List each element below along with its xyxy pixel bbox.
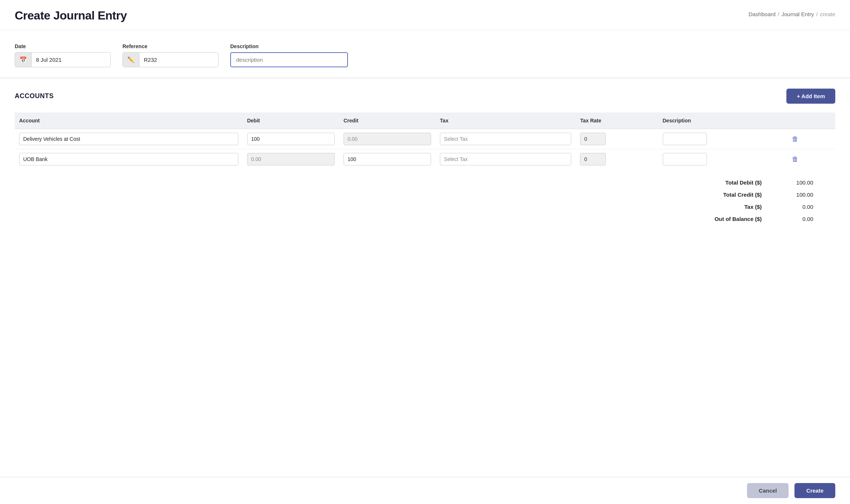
tax-rate-input-1[interactable] xyxy=(580,133,606,145)
description-label: Description xyxy=(230,43,348,49)
accounts-body: Select Tax 🗑 xyxy=(15,129,835,169)
tax-label: Tax ($) xyxy=(703,204,762,210)
add-item-button[interactable]: + Add Item xyxy=(786,89,835,104)
col-description: Description xyxy=(658,112,785,129)
debit-input-1[interactable] xyxy=(247,133,335,145)
taxrate-cell-2 xyxy=(576,149,658,169)
debit-input-2[interactable] xyxy=(247,153,335,165)
reference-input[interactable] xyxy=(139,53,218,67)
total-debit-label: Total Debit ($) xyxy=(703,179,762,186)
line-desc-input-2[interactable] xyxy=(663,153,707,165)
description-group: Description xyxy=(230,43,348,67)
table-header: Account Debit Credit Tax Tax Rate Descri… xyxy=(15,112,835,129)
delete-row-button-2[interactable]: 🗑 xyxy=(789,154,801,165)
accounts-section: ACCOUNTS + Add Item Account Debit Credit… xyxy=(0,78,850,237)
debit-cell-1 xyxy=(243,129,339,149)
date-label: Date xyxy=(15,43,111,49)
credit-input-2[interactable] xyxy=(344,153,431,165)
form-row: Date 📅 Reference ✏️ Description xyxy=(15,43,835,67)
tax-select-2[interactable]: Select Tax xyxy=(440,153,571,165)
credit-cell-1 xyxy=(339,129,435,149)
reference-icon: ✏️ xyxy=(123,53,139,67)
total-credit-value: 100.00 xyxy=(784,192,813,198)
reference-label: Reference xyxy=(122,43,218,49)
accounts-header: ACCOUNTS + Add Item xyxy=(15,89,835,104)
date-input-wrapper: 📅 xyxy=(15,52,111,67)
total-credit-label: Total Credit ($) xyxy=(703,192,762,198)
action-cell-2: 🗑 xyxy=(785,149,835,169)
col-account: Account xyxy=(15,112,243,129)
tax-cell-2: Select Tax xyxy=(435,149,576,169)
credit-input-1[interactable] xyxy=(344,133,431,145)
account-cell-1 xyxy=(15,129,243,149)
desc-cell-1 xyxy=(658,129,785,149)
desc-cell-2 xyxy=(658,149,785,169)
breadcrumb-current: create xyxy=(820,11,835,17)
breadcrumb-journal-entry[interactable]: Journal Entry xyxy=(782,11,814,17)
calendar-icon: 📅 xyxy=(15,53,32,67)
tax-total-row: Tax ($) 0.00 xyxy=(688,204,813,210)
tax-cell-1: Select Tax xyxy=(435,129,576,149)
total-debit-row: Total Debit ($) 100.00 xyxy=(688,179,813,186)
table-row: Select Tax 🗑 xyxy=(15,149,835,169)
cancel-button[interactable]: Cancel xyxy=(747,483,789,498)
breadcrumb-sep-1: / xyxy=(778,11,779,17)
tax-rate-input-2[interactable] xyxy=(580,153,606,165)
delete-row-button-1[interactable]: 🗑 xyxy=(789,134,801,144)
totals-section: Total Debit ($) 100.00 Total Credit ($) … xyxy=(15,179,835,222)
create-button[interactable]: Create xyxy=(794,483,835,498)
reference-group: Reference ✏️ xyxy=(122,43,218,67)
out-of-balance-row: Out of Balance ($) 0.00 xyxy=(688,216,813,222)
line-desc-input-1[interactable] xyxy=(663,133,707,145)
col-credit: Credit xyxy=(339,112,435,129)
accounts-title: ACCOUNTS xyxy=(15,92,54,100)
credit-cell-2 xyxy=(339,149,435,169)
taxrate-cell-1 xyxy=(576,129,658,149)
page-title: Create Journal Entry xyxy=(15,9,127,22)
description-input[interactable] xyxy=(230,52,348,67)
tax-value: 0.00 xyxy=(784,204,813,210)
date-input[interactable] xyxy=(32,53,110,67)
date-group: Date 📅 xyxy=(15,43,111,67)
account-name-input-1[interactable] xyxy=(19,133,238,145)
total-credit-row: Total Credit ($) 100.00 xyxy=(688,192,813,198)
account-name-input-2[interactable] xyxy=(19,153,238,165)
col-debit: Debit xyxy=(243,112,339,129)
form-section: Date 📅 Reference ✏️ Description xyxy=(0,30,850,78)
breadcrumb: Dashboard / Journal Entry / create xyxy=(748,11,835,17)
accounts-table: Account Debit Credit Tax Tax Rate Descri… xyxy=(15,112,835,169)
debit-cell-2 xyxy=(243,149,339,169)
col-tax: Tax xyxy=(435,112,576,129)
account-cell-2 xyxy=(15,149,243,169)
col-tax-rate: Tax Rate xyxy=(576,112,658,129)
out-of-balance-label: Out of Balance ($) xyxy=(703,216,762,222)
col-action xyxy=(785,112,835,129)
table-row: Select Tax 🗑 xyxy=(15,129,835,149)
tax-select-1[interactable]: Select Tax xyxy=(440,133,571,145)
total-debit-value: 100.00 xyxy=(784,179,813,186)
breadcrumb-sep-2: / xyxy=(816,11,818,17)
footer-bar: Cancel Create xyxy=(0,477,850,504)
breadcrumb-dashboard[interactable]: Dashboard xyxy=(748,11,775,17)
page-header: Create Journal Entry Dashboard / Journal… xyxy=(0,0,850,30)
reference-input-wrapper: ✏️ xyxy=(122,52,218,67)
out-of-balance-value: 0.00 xyxy=(784,216,813,222)
action-cell-1: 🗑 xyxy=(785,129,835,149)
